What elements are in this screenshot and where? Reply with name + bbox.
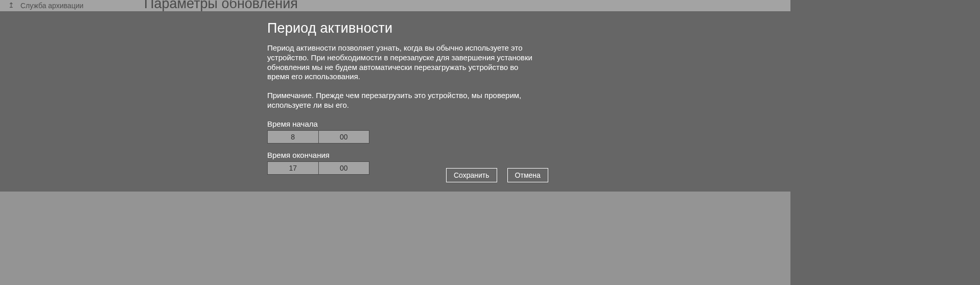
start-time-picker[interactable]: 8 00 bbox=[267, 130, 369, 144]
modal-content: Период активности Период активности позв… bbox=[267, 20, 535, 182]
upload-icon: ↥ bbox=[8, 2, 14, 9]
background-heading: Параметры обновления bbox=[144, 0, 298, 12]
modal-title: Период активности bbox=[267, 20, 535, 36]
end-minute-cell[interactable]: 00 bbox=[318, 162, 369, 174]
save-button[interactable]: Сохранить bbox=[446, 168, 497, 182]
modal-button-row: Сохранить Отмена bbox=[446, 168, 548, 182]
end-time-label: Время окончания bbox=[267, 151, 535, 159]
active-hours-modal: Период активности Период активности позв… bbox=[0, 11, 790, 192]
cancel-button[interactable]: Отмена bbox=[507, 168, 548, 182]
start-time-label: Время начала bbox=[267, 120, 535, 128]
end-time-picker[interactable]: 17 00 bbox=[267, 161, 369, 175]
background-bottom-strip bbox=[0, 192, 790, 285]
end-hour-cell[interactable]: 17 bbox=[268, 162, 318, 174]
service-label: Служба архивации bbox=[20, 2, 83, 10]
start-hour-cell[interactable]: 8 bbox=[268, 131, 318, 143]
start-minute-cell[interactable]: 00 bbox=[318, 131, 369, 143]
modal-description: Период активности позволяет узнать, когд… bbox=[267, 43, 535, 82]
background-service-row: ↥ Служба архивации bbox=[0, 0, 790, 11]
modal-note: Примечание. Прежде чем перезагрузить это… bbox=[267, 91, 535, 110]
